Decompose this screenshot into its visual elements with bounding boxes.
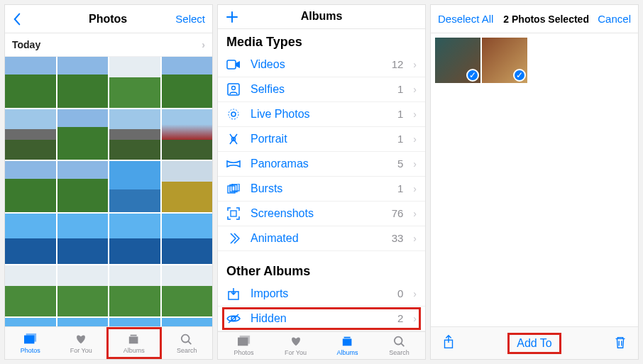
- photo-thumb[interactable]: [162, 265, 213, 316]
- tab-search[interactable]: Search: [373, 332, 425, 359]
- album-row-imports[interactable]: Imports0›: [218, 282, 425, 307]
- svg-rect-1: [26, 333, 35, 341]
- photo-thumb[interactable]: [57, 318, 109, 327]
- import-icon: [226, 287, 241, 300]
- photo-thumb[interactable]: [109, 265, 160, 316]
- photo-thumb[interactable]: [57, 214, 109, 265]
- share-button[interactable]: [441, 334, 456, 352]
- add-album-button[interactable]: [225, 9, 253, 23]
- photo-thumb[interactable]: [5, 265, 56, 316]
- tab-label: Photos: [233, 349, 253, 356]
- burst-icon: [226, 184, 241, 194]
- tab-albums[interactable]: Albums: [322, 332, 373, 359]
- heart-icon: [73, 333, 89, 346]
- selected-thumb[interactable]: ✓: [435, 38, 480, 83]
- photo-thumb[interactable]: [109, 57, 160, 108]
- plus-icon: [225, 10, 239, 24]
- share-icon: [441, 334, 456, 350]
- photo-thumb[interactable]: [109, 214, 160, 265]
- photo-thumb[interactable]: [5, 57, 56, 108]
- svg-rect-2: [129, 336, 138, 343]
- row-count: 12: [392, 58, 404, 70]
- chevron-left-icon: [12, 13, 22, 26]
- svg-rect-3: [130, 334, 136, 336]
- tab-search[interactable]: Search: [162, 327, 213, 359]
- chevron-right-icon: ›: [413, 183, 417, 194]
- photo-thumb[interactable]: [57, 109, 109, 160]
- photo-thumb[interactable]: [5, 161, 56, 212]
- photo-thumb[interactable]: [109, 109, 160, 160]
- photo-thumb[interactable]: [162, 57, 213, 108]
- svg-rect-20: [239, 336, 249, 344]
- album-row-portrait[interactable]: Portrait1›: [218, 127, 425, 152]
- album-row-selfies[interactable]: Selfies1›: [218, 77, 425, 102]
- album-row-panoramas[interactable]: Panoramas5›: [218, 152, 425, 177]
- row-count: 76: [392, 207, 404, 219]
- photo-thumb[interactable]: [109, 318, 160, 327]
- video-icon: [226, 60, 241, 70]
- row-count: 1: [397, 182, 403, 194]
- album-row-screenshots[interactable]: Screenshots76›: [218, 202, 425, 226]
- photos-icon: [236, 335, 252, 348]
- bottombar: Add To: [431, 326, 638, 359]
- cancel-button[interactable]: Cancel: [598, 13, 631, 25]
- row-count: 1: [397, 133, 403, 145]
- live-icon: [226, 108, 241, 121]
- svg-rect-22: [344, 337, 350, 338]
- check-icon: ✓: [513, 69, 526, 82]
- photo-thumb[interactable]: [162, 214, 213, 265]
- animated-icon: [226, 232, 241, 245]
- photo-thumb[interactable]: [57, 161, 109, 212]
- svg-point-9: [231, 112, 236, 116]
- tab-photos[interactable]: Photos: [218, 332, 270, 359]
- trash-icon: [612, 334, 628, 350]
- deselect-all-button[interactable]: Deselect All: [438, 13, 495, 25]
- photo-thumb[interactable]: [5, 214, 56, 265]
- navbar-photos: Photos Select: [5, 5, 212, 33]
- photo-thumb[interactable]: [109, 161, 160, 212]
- photo-thumb[interactable]: [57, 57, 109, 108]
- media-types-title: Media Types: [218, 29, 425, 53]
- chevron-right-icon: ›: [413, 208, 417, 219]
- navbar-title: Albums: [301, 10, 343, 23]
- search-icon: [179, 333, 194, 346]
- screen-selection: Deselect All 2 Photos Selected Cancel ✓ …: [430, 4, 639, 360]
- row-label: Screenshots: [251, 207, 382, 220]
- navbar-title: 2 Photos Selected: [503, 13, 589, 25]
- screen-photos: Photos Select Today ›: [4, 4, 213, 360]
- row-label: Portrait: [251, 133, 388, 145]
- selected-thumb[interactable]: ✓: [482, 38, 527, 83]
- photo-thumb[interactable]: [5, 318, 56, 327]
- photo-grid-scroll[interactable]: [5, 57, 212, 326]
- album-row-live-photos[interactable]: Live Photos1›: [218, 102, 425, 127]
- chevron-right-icon: ›: [413, 109, 417, 120]
- add-to-button[interactable]: Add To: [507, 333, 561, 354]
- today-label: Today: [12, 39, 40, 50]
- album-row-bursts[interactable]: Bursts1›: [218, 177, 425, 202]
- photo-thumb[interactable]: [5, 109, 56, 160]
- search-icon: [392, 335, 407, 348]
- tabbar: Photos For You Albums Search: [5, 326, 212, 359]
- tab-albums[interactable]: Albums: [106, 327, 162, 359]
- tab-foryou[interactable]: For You: [270, 332, 322, 359]
- delete-button[interactable]: [612, 334, 628, 352]
- select-button[interactable]: Select: [175, 13, 205, 25]
- album-row-hidden[interactable]: Hidden2›: [218, 307, 425, 331]
- row-count: 1: [397, 108, 403, 120]
- photo-thumb[interactable]: [162, 318, 213, 327]
- check-icon: ✓: [466, 69, 479, 82]
- row-count: 0: [397, 287, 403, 299]
- album-row-animated[interactable]: Animated33›: [218, 226, 425, 251]
- back-button[interactable]: [12, 12, 40, 26]
- photo-thumb[interactable]: [57, 265, 109, 316]
- album-row-videos[interactable]: Videos12›: [218, 53, 425, 77]
- tab-photos[interactable]: Photos: [5, 327, 56, 359]
- row-label: Imports: [251, 287, 388, 300]
- svg-point-10: [229, 109, 238, 119]
- photo-thumb[interactable]: [162, 109, 213, 160]
- chevron-right-icon: ›: [413, 288, 417, 299]
- svg-point-8: [232, 86, 236, 89]
- today-header[interactable]: Today ›: [5, 33, 212, 57]
- tab-foryou[interactable]: For You: [56, 327, 107, 359]
- photo-thumb[interactable]: [162, 161, 213, 212]
